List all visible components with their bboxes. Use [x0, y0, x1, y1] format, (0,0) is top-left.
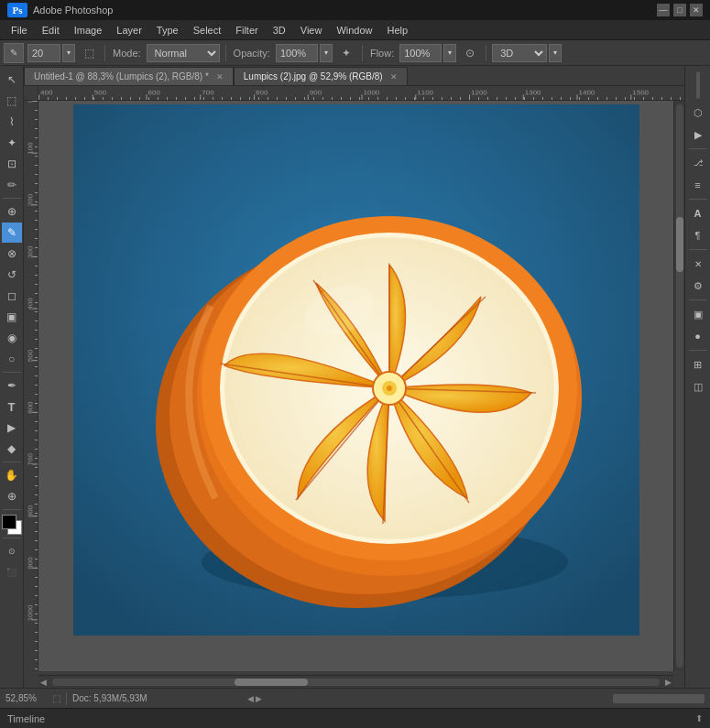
status-sep-1: [66, 692, 67, 705]
scroll-right-arrow[interactable]: ▶: [663, 678, 673, 687]
brush-settings-icon[interactable]: ⬚: [79, 43, 99, 63]
move-tool[interactable]: ↖: [2, 70, 22, 90]
3d-dropdown[interactable]: ▾: [549, 44, 562, 62]
menu-help[interactable]: Help: [380, 21, 416, 39]
timeline-label: Timeline: [7, 713, 45, 724]
canvas-area: Untitled-1 @ 88,3% (Lumpics (2), RGB/8) …: [24, 66, 684, 688]
vertical-scrollbar[interactable]: [673, 101, 684, 671]
tool-sep-3: [3, 462, 21, 462]
opacity-dropdown[interactable]: ▾: [320, 44, 333, 62]
scroll-left-arrow[interactable]: ◀: [38, 678, 49, 687]
document-info: Doc: 5,93M/5,93M: [72, 693, 242, 703]
left-toolbar: ↖ ⬚ ⌇ ✦ ⊡ ✏ ⊕ ✎ ⊗ ↺ ◻ ▣ ◉ ○ ✒ T ▶ ◆ ✋ ⊕ …: [0, 66, 24, 688]
foreground-background-colors[interactable]: [2, 515, 22, 535]
tool-sep-1: [3, 198, 21, 199]
ps-logo: Ps: [7, 3, 27, 17]
ruler-canvas-wrapper: ◀ ▶: [24, 86, 684, 688]
quick-mask-tool[interactable]: ⊙: [2, 541, 22, 561]
svg-point-23: [387, 386, 392, 391]
brush-size-group: ▾: [27, 44, 75, 62]
minimize-button[interactable]: —: [657, 4, 670, 16]
rectangular-marquee-tool[interactable]: ⬚: [2, 91, 22, 111]
menu-image[interactable]: Image: [67, 21, 110, 39]
eraser-tool[interactable]: ◻: [2, 286, 22, 306]
tab-lumpics-close[interactable]: ✕: [390, 72, 398, 81]
usb-icon[interactable]: ⎇: [688, 153, 708, 173]
hand-tool[interactable]: ✋: [2, 465, 22, 485]
right-sep-5: [689, 350, 707, 351]
eyedropper-tool[interactable]: ✏: [2, 175, 22, 195]
title-bar: Ps Adobe Photoshop — □ ✕: [0, 0, 710, 20]
options-bar: ✎ ▾ ⬚ Mode: Normal Multiply Screen Opaci…: [0, 40, 710, 66]
title-bar-title: Adobe Photoshop: [33, 5, 113, 16]
lasso-tool[interactable]: ⌇: [2, 112, 22, 132]
paragraph-icon[interactable]: ¶: [688, 225, 708, 245]
close-button[interactable]: ✕: [690, 4, 703, 16]
pen-tool[interactable]: ✒: [2, 375, 22, 396]
opacity-input[interactable]: [276, 44, 318, 62]
healing-brush-tool[interactable]: ⊕: [2, 201, 22, 222]
3d-select[interactable]: 3D: [492, 44, 547, 62]
magic-wand-tool[interactable]: ✦: [2, 133, 22, 153]
circle-icon[interactable]: ●: [688, 326, 708, 346]
horizontal-scrollbar[interactable]: ◀ ▶: [38, 675, 673, 688]
tab-lumpics-label: Lumpics (2).jpg @ 52,9% (RGB/8): [244, 71, 383, 81]
corner-square: [24, 86, 38, 101]
vertical-scroll-thumb[interactable]: [676, 217, 683, 272]
dodge-tool[interactable]: ○: [2, 349, 22, 369]
3d-panel-icon[interactable]: ⬡: [688, 103, 708, 123]
menu-filter[interactable]: Filter: [228, 21, 265, 39]
horizontal-scroll-thumb[interactable]: [235, 679, 308, 686]
zoom-tool[interactable]: ⊕: [2, 486, 22, 506]
brush-tool-icon[interactable]: ✎: [4, 43, 24, 63]
menu-edit[interactable]: Edit: [35, 21, 67, 39]
horizontal-scroll-track[interactable]: [52, 679, 660, 686]
tool-sep-5: [3, 538, 21, 538]
history-brush-tool[interactable]: ↺: [2, 265, 22, 285]
menu-file[interactable]: File: [4, 21, 35, 39]
gradient-tool[interactable]: ▣: [2, 307, 22, 327]
foreground-color[interactable]: [2, 515, 16, 529]
blur-tool[interactable]: ◉: [2, 328, 22, 348]
menu-window[interactable]: Window: [329, 21, 379, 39]
brush-tool[interactable]: ✎: [2, 223, 22, 243]
timeline-expand-icon[interactable]: ⬆: [695, 713, 703, 723]
crop-tool[interactable]: ⊡: [2, 154, 22, 174]
airbrush-icon[interactable]: ✦: [336, 43, 356, 63]
list-panel-icon[interactable]: ≡: [688, 175, 708, 195]
status-arrow-right[interactable]: ▶: [256, 694, 262, 703]
vertical-scroll-track[interactable]: [676, 104, 683, 668]
text-panel-icon[interactable]: A: [688, 203, 708, 223]
cube-icon[interactable]: ▣: [688, 304, 708, 324]
menu-3d[interactable]: 3D: [266, 21, 293, 39]
canvas-container[interactable]: [38, 101, 673, 671]
smoothing-icon[interactable]: ⊙: [460, 43, 480, 63]
screen-mode-tool[interactable]: ⬛: [2, 562, 22, 582]
flow-dropdown[interactable]: ▾: [443, 44, 456, 62]
layers-icon[interactable]: ◫: [688, 376, 708, 397]
link-icon[interactable]: ⊞: [688, 354, 708, 375]
brush-size-input[interactable]: [27, 44, 60, 62]
maximize-button[interactable]: □: [673, 4, 686, 16]
main-area: ↖ ⬚ ⌇ ✦ ⊡ ✏ ⊕ ✎ ⊗ ↺ ◻ ▣ ◉ ○ ✒ T ▶ ◆ ✋ ⊕ …: [0, 66, 710, 688]
shape-tool[interactable]: ◆: [2, 439, 22, 459]
tab-untitled-close[interactable]: ✕: [216, 72, 224, 81]
tab-untitled[interactable]: Untitled-1 @ 88,3% (Lumpics (2), RGB/8) …: [24, 67, 234, 85]
zoom-info-icon[interactable]: ⬚: [52, 693, 60, 703]
menu-view[interactable]: View: [293, 21, 330, 39]
tab-lumpics[interactable]: Lumpics (2).jpg @ 52,9% (RGB/8) ✕: [234, 67, 408, 85]
clone-stamp-tool[interactable]: ⊗: [2, 244, 22, 264]
menu-type[interactable]: Type: [149, 21, 186, 39]
settings-panel-icon[interactable]: ⚙: [688, 276, 708, 296]
menu-select[interactable]: Select: [186, 21, 229, 39]
menu-layer[interactable]: Layer: [109, 21, 149, 39]
brush-size-dropdown[interactable]: ▾: [62, 44, 75, 62]
mode-select[interactable]: Normal Multiply Screen: [147, 44, 220, 62]
canvas-document[interactable]: [73, 104, 639, 636]
path-selection-tool[interactable]: ▶: [2, 418, 22, 438]
status-arrow-left[interactable]: ◀: [247, 694, 254, 703]
flow-input[interactable]: [399, 44, 442, 62]
type-tool[interactable]: T: [2, 397, 22, 417]
tools-icon[interactable]: ✕: [688, 254, 708, 274]
play-icon[interactable]: ▶: [688, 125, 708, 145]
